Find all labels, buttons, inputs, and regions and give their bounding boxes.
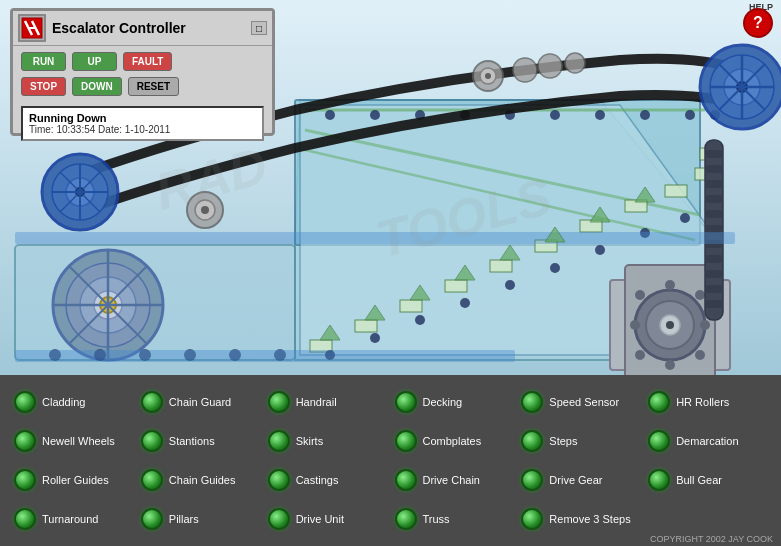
ctrl-item-combplates[interactable]: Combplates (391, 422, 518, 461)
panel-btn-fault[interactable]: FAULT (123, 52, 172, 71)
svg-rect-92 (706, 210, 722, 218)
indicator-steps (521, 430, 543, 452)
svg-point-35 (595, 110, 605, 120)
panel-btn-stop[interactable]: STOP (21, 77, 66, 96)
ctrl-label-turnaround: Turnaround (42, 513, 98, 525)
help-button[interactable]: ? (743, 8, 773, 38)
ctrl-item-cladding[interactable]: Cladding (10, 383, 137, 422)
ctrl-item-steps[interactable]: Steps (517, 422, 644, 461)
svg-rect-12 (490, 260, 512, 272)
ctrl-item-skirts[interactable]: Skirts (264, 422, 391, 461)
indicator-demarcation (648, 430, 670, 452)
svg-point-61 (513, 58, 537, 82)
svg-point-85 (630, 320, 640, 330)
ctrl-item-chain-guides[interactable]: Chain Guides (137, 461, 264, 500)
svg-rect-9 (355, 320, 377, 332)
ctrl-item-pillars[interactable]: Pillars (137, 499, 264, 538)
ctrl-item-chain-guard[interactable]: Chain Guard (137, 383, 264, 422)
ctrl-item-hr-rollers[interactable]: HR Rollers (644, 383, 771, 422)
svg-rect-106 (15, 350, 515, 362)
status-time: Time: 10:33:54 Date: 1-10-2011 (29, 124, 256, 135)
ctrl-label-newell-wheels: Newell Wheels (42, 435, 115, 447)
ctrl-label-stantions: Stantions (169, 435, 215, 447)
svg-rect-98 (706, 300, 722, 308)
panel-btn-up[interactable]: UP (72, 52, 117, 71)
ctrl-label-chain-guides: Chain Guides (169, 474, 236, 486)
control-panel: Escalator Controller □ RUNUPFAULT STOPDO… (10, 8, 275, 136)
panel-btn-down[interactable]: DOWN (72, 77, 122, 96)
indicator-drive-gear (521, 469, 543, 491)
svg-point-86 (635, 290, 645, 300)
ctrl-item-speed-sensor[interactable]: Speed Sensor (517, 383, 644, 422)
ctrl-item-truss[interactable]: Truss (391, 499, 518, 538)
indicator-decking (395, 391, 417, 413)
svg-point-81 (700, 320, 710, 330)
svg-rect-90 (706, 180, 722, 188)
ctrl-item-turnaround[interactable]: Turnaround (10, 499, 137, 538)
indicator-drive-unit (268, 508, 290, 530)
ctrl-label-remove-3-steps: Remove 3 Steps (549, 513, 630, 525)
svg-point-36 (640, 110, 650, 120)
svg-point-78 (666, 321, 674, 329)
panel-minimize-button[interactable]: □ (251, 21, 267, 35)
indicator-hr-rollers (648, 391, 670, 413)
ctrl-label-chain-guard: Chain Guard (169, 396, 231, 408)
svg-point-27 (680, 213, 690, 223)
indicator-bull-gear (648, 469, 670, 491)
svg-point-79 (665, 280, 675, 290)
indicator-truss (395, 508, 417, 530)
svg-point-62 (538, 54, 562, 78)
svg-point-23 (505, 280, 515, 290)
ctrl-item-drive-unit[interactable]: Drive Unit (264, 499, 391, 538)
ctrl-label-bull-gear: Bull Gear (676, 474, 722, 486)
svg-rect-88 (706, 150, 722, 158)
ctrl-label-steps: Steps (549, 435, 577, 447)
ctrl-label-roller-guides: Roller Guides (42, 474, 109, 486)
svg-point-60 (485, 73, 491, 79)
svg-rect-91 (706, 195, 722, 203)
bottom-panel: CladdingChain GuardHandrailDeckingSpeed … (0, 375, 781, 546)
indicator-speed-sensor (521, 391, 543, 413)
ctrl-label-decking: Decking (423, 396, 463, 408)
ctrl-item-castings[interactable]: Castings (264, 461, 391, 500)
svg-point-34 (550, 110, 560, 120)
ctrl-item-roller-guides[interactable]: Roller Guides (10, 461, 137, 500)
svg-point-80 (695, 290, 705, 300)
svg-point-22 (460, 298, 470, 308)
panel-btn-reset[interactable]: RESET (128, 77, 179, 96)
ctrl-item-drive-gear[interactable]: Drive Gear (517, 461, 644, 500)
panel-btn-run[interactable]: RUN (21, 52, 66, 71)
ctrl-item-stantions[interactable]: Stantions (137, 422, 264, 461)
svg-rect-89 (706, 165, 722, 173)
svg-point-37 (685, 110, 695, 120)
indicator-chain-guides (141, 469, 163, 491)
indicator-roller-guides (14, 469, 36, 491)
ctrl-item-decking[interactable]: Decking (391, 383, 518, 422)
svg-rect-95 (706, 255, 722, 263)
ctrl-item-handrail[interactable]: Handrail (264, 383, 391, 422)
ctrl-label-hr-rollers: HR Rollers (676, 396, 729, 408)
panel-title-bar: Escalator Controller □ (13, 11, 272, 46)
indicator-remove-3-steps (521, 508, 543, 530)
svg-rect-16 (665, 185, 687, 197)
ctrl-label-castings: Castings (296, 474, 339, 486)
status-text: Running Down (29, 112, 256, 124)
ctrl-label-drive-gear: Drive Gear (549, 474, 602, 486)
copyright-text: COPYRIGHT 2002 JAY COOK (650, 534, 773, 544)
question-mark-icon: ? (753, 14, 763, 32)
ctrl-label-truss: Truss (423, 513, 450, 525)
ctrl-item-newell-wheels[interactable]: Newell Wheels (10, 422, 137, 461)
ctrl-item-bull-gear[interactable]: Bull Gear (644, 461, 771, 500)
ctrl-label-drive-unit: Drive Unit (296, 513, 344, 525)
panel-title: Escalator Controller (52, 20, 251, 36)
diagram-area: RAD TOOLS ? HELP Escalator Controller □ … (0, 0, 781, 375)
indicator-skirts (268, 430, 290, 452)
indicator-chain-guard (141, 391, 163, 413)
ctrl-item-drive-chain[interactable]: Drive Chain (391, 461, 518, 500)
svg-point-24 (550, 263, 560, 273)
indicator-cladding (14, 391, 36, 413)
ctrl-item-demarcation[interactable]: Demarcation (644, 422, 771, 461)
ctrl-item-remove-3-steps[interactable]: Remove 3 Steps (517, 499, 644, 538)
panel-buttons-row2: STOPDOWNRESET (13, 74, 272, 102)
svg-point-30 (370, 110, 380, 120)
